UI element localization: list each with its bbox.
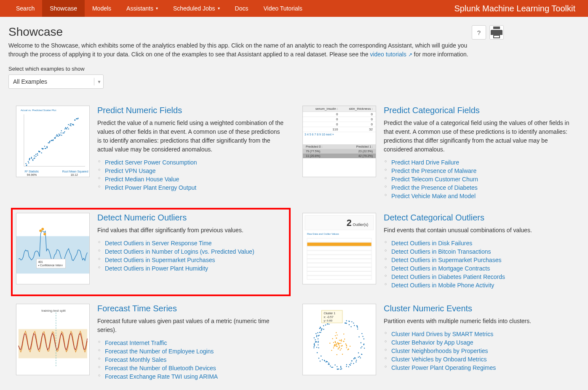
svg-point-159 — [353, 323, 354, 324]
svg-point-164 — [340, 366, 341, 367]
nav-showcase[interactable]: Showcase — [42, 0, 85, 17]
svg-point-214 — [321, 356, 321, 356]
svg-point-50 — [56, 135, 57, 136]
nav-scheduled-jobs[interactable]: Scheduled Jobs▾ — [166, 0, 227, 17]
svg-point-203 — [363, 338, 364, 339]
svg-point-34 — [45, 148, 46, 149]
example-link[interactable]: Predict Vehicle Make and Model — [391, 193, 476, 199]
example-link[interactable]: Cluster Power Plant Operating Regimes — [391, 364, 496, 371]
example-link[interactable]: Forecast Internet Traffic — [105, 340, 167, 346]
example-link[interactable]: Forecast the Number of Employee Logins — [105, 348, 214, 355]
list-item: Predict Median House Value — [105, 175, 286, 183]
example-link[interactable]: Predict Telecom Customer Churn — [391, 176, 478, 183]
showcase-card: Cluster 1x: -0.57y: 0.83Cluster Numeric … — [302, 304, 572, 381]
example-link[interactable]: Detect Outliers in Disk Failures — [391, 240, 472, 247]
svg-point-258 — [350, 346, 350, 347]
card-title-link[interactable]: Detect Categorical Outliers — [384, 213, 572, 223]
example-link[interactable]: Predict Server Power Consumption — [105, 159, 197, 166]
example-link[interactable]: Predict Power Plant Energy Output — [105, 184, 196, 191]
example-link[interactable]: Detect Outliers in Server Response Time — [105, 240, 212, 247]
nav-docs[interactable]: Docs — [227, 0, 256, 17]
card-title-link[interactable]: Detect Numeric Outliers — [97, 213, 286, 223]
video-tutorials-link[interactable]: video tutorials ↗ — [370, 51, 412, 58]
example-link[interactable]: Forecast Exchange Rate TWI using ARIMA — [105, 373, 218, 380]
example-link[interactable]: Predict Hard Drive Failure — [391, 159, 459, 166]
example-link[interactable]: Detect Outliers in Diabetes Patient Reco… — [391, 273, 505, 280]
svg-point-233 — [317, 332, 318, 333]
svg-point-207 — [345, 323, 345, 324]
svg-point-26 — [39, 151, 40, 152]
svg-point-92 — [43, 233, 46, 235]
example-link[interactable]: Detect Outliers in Supermarket Purchases — [391, 257, 501, 263]
svg-point-286 — [345, 343, 346, 344]
card-description: Partition events with multiple numeric f… — [384, 317, 572, 326]
svg-point-52 — [56, 134, 57, 135]
list-item: Forecast Exchange Rate TWI using ARIMA — [105, 372, 286, 381]
svg-point-254 — [333, 342, 334, 343]
example-link[interactable]: Predict VPN Usage — [105, 167, 156, 174]
example-link[interactable]: Predict the Presence of Malware — [391, 167, 476, 174]
example-link[interactable]: Predict the Presence of Diabetes — [391, 184, 478, 191]
nav-models[interactable]: Models — [85, 0, 119, 17]
example-link[interactable]: Detect Outliers in Supermarket Purchases — [105, 257, 215, 263]
card-title-link[interactable]: Predict Categorical Fields — [384, 106, 572, 115]
svg-point-259 — [341, 340, 342, 341]
card-title-link[interactable]: Cluster Numeric Events — [384, 304, 572, 313]
svg-point-192 — [356, 360, 357, 361]
svg-point-54 — [58, 136, 59, 137]
example-link[interactable]: Detect Outliers in Mortgage Contracts — [391, 265, 490, 272]
svg-point-91 — [41, 228, 44, 231]
example-link[interactable]: Cluster Hard Drives by SMART Metrics — [391, 331, 493, 337]
list-item: Cluster Hard Drives by SMART Metrics — [391, 330, 572, 338]
svg-point-253 — [342, 345, 342, 346]
svg-rect-102 — [307, 242, 372, 246]
example-link[interactable]: Forecast the Number of Bluetooth Devices — [105, 365, 216, 371]
svg-point-176 — [316, 341, 317, 342]
nav-search[interactable]: Search — [8, 0, 42, 17]
svg-point-156 — [363, 344, 364, 345]
svg-point-173 — [329, 324, 329, 324]
svg-rect-110 — [307, 276, 372, 279]
example-link[interactable]: Detect Outliers in Mobile Phone Activity — [391, 282, 494, 289]
svg-point-260 — [339, 345, 340, 346]
svg-text:x: -0.57: x: -0.57 — [323, 316, 333, 318]
example-link[interactable]: Cluster Neighborhoods by Properties — [391, 348, 488, 354]
svg-point-57 — [61, 135, 62, 135]
svg-rect-103 — [307, 247, 372, 250]
examples-filter-dropdown[interactable]: All Examples ▼ — [8, 74, 104, 89]
nav-video-tutorials[interactable]: Video Tutorials — [256, 0, 310, 17]
example-link[interactable]: Detect Outliers in Power Plant Humidity — [105, 265, 208, 272]
example-link[interactable]: Cluster Vehicles by Onboard Metrics — [391, 356, 486, 363]
svg-point-12 — [31, 158, 32, 159]
card-description: Find events that contain unusual combina… — [384, 226, 572, 235]
svg-point-150 — [338, 369, 339, 369]
card-title-link[interactable]: Forecast Time Series — [97, 304, 286, 313]
example-link[interactable]: Cluster Behavior by App Usage — [391, 339, 473, 346]
svg-point-7 — [28, 161, 29, 162]
svg-point-274 — [340, 343, 341, 344]
svg-point-155 — [323, 329, 324, 330]
svg-rect-109 — [307, 271, 372, 275]
svg-text:Actual vs. Predicted Scatter P: Actual vs. Predicted Scatter Plot — [21, 109, 56, 111]
card-title-link[interactable]: Predict Numeric Fields — [97, 106, 286, 115]
list-item: Cluster Vehicles by Onboard Metrics — [391, 355, 572, 363]
help-button[interactable]: ? — [472, 25, 486, 40]
list-item: Detect Outliers in Mobile Phone Activity — [391, 281, 572, 289]
nav-assistants[interactable]: Assistants▾ — [119, 0, 166, 17]
example-link[interactable]: Predict Median House Value — [105, 176, 179, 183]
print-button[interactable] — [489, 25, 504, 40]
svg-point-276 — [335, 335, 336, 336]
svg-point-162 — [357, 329, 358, 329]
list-item: Forecast Internet Traffic — [105, 339, 286, 347]
list-item: Forecast the Number of Bluetooth Devices — [105, 364, 286, 372]
example-link[interactable]: Detect Outliers in Number of Logins (vs.… — [105, 248, 254, 255]
svg-rect-107 — [307, 263, 372, 267]
example-list: Forecast Internet TrafficForecast the Nu… — [97, 339, 286, 381]
svg-point-135 — [317, 352, 318, 353]
example-link[interactable]: Detect Outliers in Bitcoin Transactions — [391, 248, 491, 255]
svg-point-263 — [329, 343, 330, 344]
svg-point-287 — [339, 347, 340, 348]
example-link[interactable]: Forecast Monthly Sales — [105, 356, 166, 363]
svg-point-18 — [34, 157, 35, 158]
svg-text:Raw Data and Outlier Values: Raw Data and Outlier Values — [307, 233, 339, 235]
